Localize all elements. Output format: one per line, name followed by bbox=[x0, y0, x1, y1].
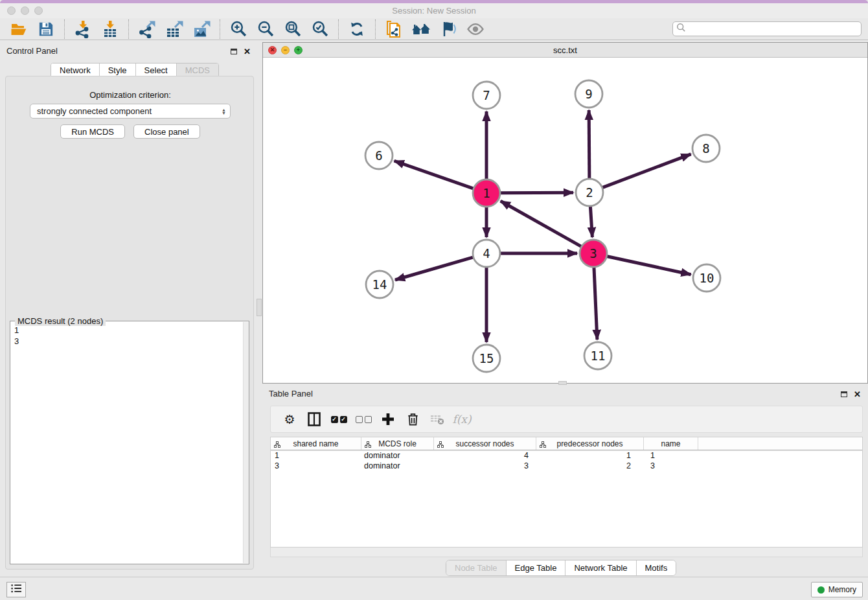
main-toolbar bbox=[0, 18, 868, 40]
tab-edge-table[interactable]: Edge Table bbox=[507, 560, 566, 575]
tab-mcds[interactable]: MCDS bbox=[177, 63, 218, 77]
column-header-label: successor nodes bbox=[455, 439, 514, 448]
column-header-name[interactable]: name bbox=[644, 437, 698, 450]
zoom-selected-icon[interactable] bbox=[310, 19, 330, 39]
table-cell[interactable]: 1 bbox=[271, 451, 361, 460]
graph-node-10[interactable]: 10 bbox=[693, 264, 720, 292]
tab-style[interactable]: Style bbox=[100, 63, 136, 77]
deselect-all-checkboxes-icon[interactable] bbox=[354, 410, 373, 429]
table-cell[interactable]: dominator bbox=[361, 461, 434, 470]
graph-node-3[interactable]: 3 bbox=[580, 240, 607, 267]
table-cell[interactable]: 2 bbox=[536, 461, 644, 470]
column-header-successor-nodes[interactable]: successor nodes bbox=[434, 437, 536, 450]
graph-node-6[interactable]: 6 bbox=[365, 142, 393, 169]
search-input[interactable] bbox=[686, 22, 861, 36]
table-cell[interactable]: 3 bbox=[271, 461, 361, 470]
graph-edge-2-9[interactable] bbox=[589, 110, 589, 179]
graph-edge-1-2[interactable] bbox=[500, 192, 573, 193]
export-network-icon[interactable] bbox=[137, 19, 157, 39]
graph-node-7[interactable]: 7 bbox=[473, 82, 500, 109]
graph-node-9[interactable]: 9 bbox=[575, 80, 602, 108]
table-row[interactable]: 3dominator323 bbox=[271, 461, 862, 471]
table-cell[interactable]: 1 bbox=[536, 451, 644, 460]
select-stepper-icon: ▲▼ bbox=[222, 108, 226, 115]
function-builder-icon[interactable]: f(x) bbox=[452, 410, 472, 429]
list-icon bbox=[10, 583, 22, 596]
column-layout-icon[interactable] bbox=[304, 410, 324, 429]
mcds-result-item: 1 bbox=[14, 325, 245, 336]
float-panel-icon[interactable] bbox=[231, 49, 237, 54]
network-view-window: ✕ − + scc.txt 7968124314101511 bbox=[262, 42, 868, 384]
graph-node-11[interactable]: 11 bbox=[584, 342, 611, 369]
graph-node-15[interactable]: 15 bbox=[473, 345, 500, 372]
network-window-titlebar[interactable]: ✕ − + scc.txt bbox=[263, 43, 867, 58]
graph-node-14[interactable]: 14 bbox=[366, 271, 393, 298]
control-panel-title: Control Panel bbox=[6, 46, 58, 56]
table-hscrollbar[interactable] bbox=[270, 548, 863, 557]
close-panel-icon[interactable]: ✕ bbox=[244, 47, 251, 56]
table-cell[interactable]: 1 bbox=[644, 451, 698, 460]
graph-edge-4-14[interactable] bbox=[395, 257, 474, 280]
graph-edge-3-1[interactable] bbox=[501, 201, 582, 246]
tab-network[interactable]: Network bbox=[51, 63, 100, 77]
svg-text:7: 7 bbox=[483, 88, 490, 102]
graph-node-2[interactable]: 2 bbox=[576, 179, 603, 206]
graph-node-4[interactable]: 4 bbox=[473, 240, 500, 267]
zoom-fit-icon[interactable] bbox=[282, 19, 303, 39]
refresh-icon[interactable] bbox=[347, 19, 367, 39]
delete-column-icon[interactable] bbox=[403, 410, 422, 429]
graph-node-8[interactable]: 8 bbox=[692, 135, 720, 162]
tab-select[interactable]: Select bbox=[136, 63, 177, 77]
export-image-icon[interactable] bbox=[191, 19, 212, 39]
memory-button[interactable]: Memory bbox=[811, 582, 863, 597]
save-session-icon[interactable] bbox=[36, 19, 56, 39]
graph-edge-3-10[interactable] bbox=[607, 256, 691, 274]
status-list-button[interactable] bbox=[6, 582, 26, 597]
tab-network-table[interactable]: Network Table bbox=[565, 560, 636, 575]
export-table-icon[interactable] bbox=[164, 19, 185, 39]
table-cell[interactable]: 3 bbox=[644, 461, 698, 470]
delete-table-icon[interactable] bbox=[428, 410, 447, 429]
add-column-icon[interactable] bbox=[378, 410, 398, 429]
column-header-MCDS-role[interactable]: MCDS role bbox=[361, 437, 434, 450]
zoom-out-icon[interactable] bbox=[255, 19, 276, 39]
zoom-in-icon[interactable] bbox=[228, 19, 249, 39]
memory-status-icon bbox=[817, 586, 825, 594]
home-icon[interactable] bbox=[411, 19, 431, 39]
select-all-checkboxes-icon[interactable]: ✓✓ bbox=[329, 410, 348, 429]
import-table-icon[interactable] bbox=[100, 19, 120, 39]
svg-text:4: 4 bbox=[483, 246, 490, 260]
table-toolbar: ⚙ ✓✓ f(x) bbox=[270, 406, 863, 433]
graph-node-1[interactable]: 1 bbox=[473, 179, 500, 207]
mcds-result-title: MCDS result (2 nodes) bbox=[15, 316, 106, 326]
eye-icon[interactable] bbox=[465, 19, 486, 39]
result-scrollbar[interactable] bbox=[243, 322, 249, 563]
tab-motifs[interactable]: Motifs bbox=[637, 560, 676, 575]
float-table-panel-icon[interactable] bbox=[841, 391, 847, 397]
close-table-panel-icon[interactable]: ✕ bbox=[854, 390, 861, 398]
network-file-icon[interactable] bbox=[383, 19, 404, 39]
svg-text:14: 14 bbox=[372, 277, 387, 292]
network-canvas[interactable]: 7968124314101511 bbox=[263, 58, 867, 383]
table-cell[interactable]: 3 bbox=[434, 461, 536, 470]
table-cell[interactable]: dominator bbox=[361, 451, 434, 460]
graph-edge-3-11[interactable] bbox=[594, 267, 597, 340]
flag-icon[interactable] bbox=[438, 19, 459, 39]
close-panel-button[interactable]: Close panel bbox=[133, 124, 200, 139]
toolbar-separator bbox=[338, 19, 339, 39]
horizontal-splitter-handle[interactable] bbox=[558, 381, 567, 385]
table-row[interactable]: 1dominator411 bbox=[271, 450, 862, 461]
tab-node-table[interactable]: Node Table bbox=[446, 560, 507, 575]
criterion-select[interactable]: strongly connected component ▲▼ bbox=[30, 104, 231, 119]
graph-edge-2-3[interactable] bbox=[590, 206, 592, 237]
graph-edge-2-8[interactable] bbox=[602, 154, 691, 188]
import-network-icon[interactable] bbox=[73, 19, 93, 39]
open-file-icon[interactable] bbox=[8, 19, 29, 39]
graph-edge-1-6[interactable] bbox=[394, 161, 474, 189]
run-mcds-button[interactable]: Run MCDS bbox=[60, 124, 125, 139]
vertical-splitter-handle[interactable] bbox=[257, 299, 262, 316]
column-header-predecessor-nodes[interactable]: predecessor nodes bbox=[536, 437, 644, 450]
table-cell[interactable]: 4 bbox=[434, 451, 536, 460]
settings-icon[interactable]: ⚙ bbox=[280, 410, 299, 429]
column-header-shared-name[interactable]: shared name bbox=[271, 437, 361, 450]
